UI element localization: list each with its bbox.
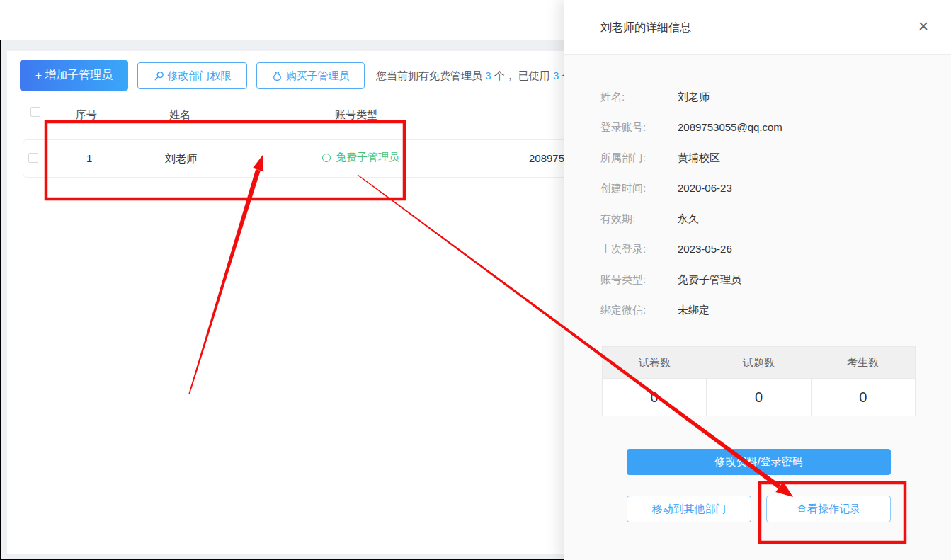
field-login-account: 登录账号:2089753055@qq.com: [600, 121, 912, 135]
edit-profile-password-button[interactable]: 修改资料/登录密码: [627, 449, 891, 475]
drawer-header: 刘老师的详细信息 ✕: [564, 0, 951, 55]
money-bag-icon: [272, 71, 283, 81]
stats-header-examinees: 考生数: [811, 347, 915, 378]
screenshot-frame: + 增加子管理员 修改部门权限 购买子管理员 您当前拥有免费管理员 3: [0, 0, 951, 560]
row-name: 刘老师: [165, 152, 197, 166]
col-header-index: 序号: [76, 108, 97, 122]
modify-dept-label: 修改部门权限: [168, 69, 232, 83]
view-operation-log-button[interactable]: 查看操作记录: [766, 496, 891, 522]
add-subadmin-label: 增加子管理员: [45, 68, 113, 83]
col-header-type: 账号类型: [335, 108, 377, 122]
select-all-checkbox[interactable]: [30, 107, 40, 117]
stats-header-row: 试卷数 试题数 考生数: [603, 347, 915, 379]
row-account-partial: 208975: [529, 152, 564, 164]
plus-icon: +: [35, 69, 42, 82]
stats-value-papers: 0: [603, 379, 706, 416]
stats-value-examinees: 0: [811, 379, 915, 416]
stats-header-questions: 试题数: [707, 347, 811, 378]
field-created-time: 创建时间:2020-06-23: [600, 182, 912, 196]
buy-subadmin-label: 购买子管理员: [286, 69, 350, 83]
drawer-title: 刘老师的详细信息: [600, 21, 691, 35]
quota-status-text: 您当前拥有免费管理员 3 个， 已使用 3 个: [376, 69, 573, 83]
magnifier-icon: [154, 71, 164, 81]
row-account-type: 免费子管理员: [322, 151, 399, 164]
col-header-name: 姓名: [169, 108, 190, 122]
buy-subadmin-button[interactable]: 购买子管理员: [256, 62, 365, 89]
status-dot-icon: [322, 154, 331, 162]
add-subadmin-button[interactable]: + 增加子管理员: [20, 60, 128, 91]
row-index: 1: [86, 152, 92, 164]
modify-dept-permission-button[interactable]: 修改部门权限: [137, 62, 247, 89]
detail-drawer: 刘老师的详细信息 ✕ 姓名:刘老师 登录账号:2089753055@qq.com…: [564, 0, 951, 560]
field-name: 姓名:刘老师: [600, 91, 912, 105]
field-last-login: 上次登录:2023-05-26: [600, 243, 912, 257]
row-checkbox[interactable]: [28, 153, 38, 163]
free-admin-count: 3: [485, 69, 491, 81]
stats-value-questions: 0: [706, 379, 810, 416]
stats-header-papers: 试卷数: [603, 347, 707, 378]
move-to-other-dept-button[interactable]: 移动到其他部门: [627, 496, 751, 522]
field-account-type: 账号类型:免费子管理员: [600, 273, 912, 287]
field-validity: 有效期:永久: [600, 212, 912, 227]
close-icon[interactable]: ✕: [914, 18, 933, 36]
field-department: 所属部门:黄埔校区: [600, 152, 912, 166]
stats-table: 试卷数 试题数 考生数 0 0 0: [602, 346, 916, 416]
stats-value-row: 0 0 0: [603, 379, 915, 416]
field-wechat-binding: 绑定微信:未绑定: [600, 304, 912, 318]
